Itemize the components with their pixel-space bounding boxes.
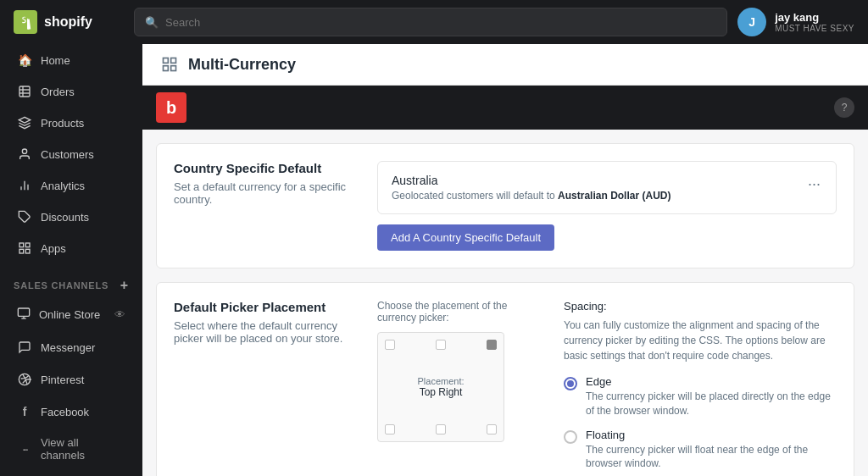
sidebar-label-apps: Apps xyxy=(41,242,66,255)
add-sales-channel-button[interactable]: + xyxy=(120,278,129,293)
placement-top-center[interactable] xyxy=(436,340,446,350)
search-input[interactable] xyxy=(165,16,716,29)
online-store-eye-icon[interactable]: 👁 xyxy=(114,308,125,321)
search-bar[interactable]: 🔍 xyxy=(134,8,727,36)
sidebar-label-products: Products xyxy=(41,117,84,130)
card1-left: Country Specific Default Set a default c… xyxy=(174,161,360,251)
sidebar-label-messenger: Messenger xyxy=(41,341,95,354)
country-info: Australia Geolocated customers will defa… xyxy=(392,174,670,202)
sidebar-item-facebook[interactable]: f Facebook xyxy=(3,396,139,427)
spacing-desc: You can fully customize the alignment an… xyxy=(564,318,837,363)
sidebar-item-view-all-channels[interactable]: ··· View all channels xyxy=(3,429,139,469)
help-icon[interactable]: ? xyxy=(834,97,854,118)
country-desc: Geolocated customers will default to Aus… xyxy=(392,190,670,202)
page-header-icon xyxy=(159,54,180,75)
page-header: Multi-Currency xyxy=(142,44,868,86)
apps-icon xyxy=(17,241,32,256)
sidebar-item-pinterest[interactable]: Pinterest xyxy=(3,364,139,395)
card2-right: Spacing: You can fully customize the ali… xyxy=(564,300,837,476)
radio-floating-label: Floating The currency picker will float … xyxy=(586,429,837,472)
messenger-icon xyxy=(17,340,32,355)
user-sub: MUST HAVE SEXY xyxy=(775,24,854,33)
add-country-default-button[interactable]: Add A Country Specific Default xyxy=(377,224,554,251)
online-store-label: Online Store xyxy=(39,308,100,321)
spacing-title: Spacing: xyxy=(564,300,837,313)
picker-grid-container: Placement: Top Right xyxy=(377,332,504,442)
view-all-label: View all channels xyxy=(41,436,125,462)
radio-floating: Floating The currency picker will float … xyxy=(564,429,837,472)
app-banner: b ? xyxy=(142,86,868,130)
radio-edge-input[interactable] xyxy=(564,377,577,390)
picker-placement-card: Default Picker Placement Select where th… xyxy=(156,282,854,476)
facebook-icon: f xyxy=(17,404,32,419)
sidebar-item-discounts[interactable]: Discounts xyxy=(3,202,139,232)
card1-right: Australia Geolocated customers will defa… xyxy=(377,161,837,251)
svg-rect-10 xyxy=(25,243,30,247)
section2-title: Default Picker Placement xyxy=(174,300,360,314)
svg-rect-21 xyxy=(171,66,176,71)
sidebar-label-home: Home xyxy=(41,54,70,67)
country-currency: Australian Dollar (AUD) xyxy=(558,190,670,202)
placement-bottom-center[interactable] xyxy=(436,424,446,434)
card1-layout: Country Specific Default Set a default c… xyxy=(174,161,837,251)
placement-bottom-right[interactable] xyxy=(487,424,497,434)
radio-floating-title: Floating xyxy=(586,429,837,441)
card2-left: Default Picker Placement Select where th… xyxy=(174,300,360,476)
radio-edge-title: Edge xyxy=(586,375,837,388)
logo-text: shopify xyxy=(44,14,92,30)
sidebar-label-discounts: Discounts xyxy=(41,211,89,224)
products-icon xyxy=(17,115,32,130)
svg-rect-18 xyxy=(164,58,169,64)
logo-area: shopify xyxy=(14,10,124,34)
online-store-icon xyxy=(17,307,31,323)
svg-rect-0 xyxy=(19,86,30,97)
sidebar-item-orders[interactable]: Orders xyxy=(3,76,139,107)
sidebar-item-home[interactable]: 🏠 Home xyxy=(3,45,139,75)
placement-bottom-left[interactable] xyxy=(385,424,395,434)
search-icon: 🔍 xyxy=(145,16,159,29)
placement-top-left[interactable] xyxy=(385,340,395,350)
svg-point-4 xyxy=(22,149,26,153)
sidebar-item-products[interactable]: Products xyxy=(3,108,139,138)
sidebar-label-orders: Orders xyxy=(41,86,75,98)
sidebar-item-analytics[interactable]: Analytics xyxy=(3,170,139,201)
sales-channels-section: SALES CHANNELS + xyxy=(0,264,142,298)
card2-layout: Default Picker Placement Select where th… xyxy=(174,300,837,476)
country-name: Australia xyxy=(392,174,670,187)
sidebar-item-messenger[interactable]: Messenger xyxy=(3,332,139,363)
user-info: jay kang MUST HAVE SEXY xyxy=(775,11,854,33)
sidebar-item-apps[interactable]: Apps xyxy=(3,233,139,263)
svg-rect-9 xyxy=(19,243,24,247)
radio-floating-input[interactable] xyxy=(564,430,577,444)
sidebar-item-customers[interactable]: Customers xyxy=(3,139,139,169)
sidebar: 🏠 Home Orders Products Customers xyxy=(0,44,142,476)
placement-label-value: Top Right xyxy=(417,386,464,398)
svg-rect-12 xyxy=(25,249,30,253)
home-icon: 🏠 xyxy=(17,53,32,68)
picker-placement-title: Choose the placement of the currency pic… xyxy=(377,300,547,324)
svg-rect-11 xyxy=(19,249,24,253)
placement-top-right[interactable] xyxy=(487,340,497,350)
country-item-australia: Australia Geolocated customers will defa… xyxy=(377,161,837,214)
country-default-card: Country Specific Default Set a default c… xyxy=(156,143,854,268)
sidebar-label-customers: Customers xyxy=(41,148,94,161)
country-desc-prefix: Geolocated customers will default to xyxy=(392,190,558,202)
section2-subtitle: Select where the default currency picker… xyxy=(174,319,360,345)
pinterest-icon xyxy=(17,372,32,387)
svg-rect-19 xyxy=(171,58,176,64)
card2-middle: Choose the placement of the currency pic… xyxy=(377,300,547,476)
sidebar-label-pinterest: Pinterest xyxy=(41,374,84,386)
shopify-logo-icon xyxy=(14,10,37,34)
analytics-icon xyxy=(17,178,32,193)
svg-rect-13 xyxy=(18,308,29,316)
page-title: Multi-Currency xyxy=(188,56,296,74)
sidebar-main-nav: 🏠 Home Orders Products Customers xyxy=(0,44,142,264)
sidebar-label-facebook: Facebook xyxy=(41,406,89,418)
avatar: J xyxy=(737,8,766,36)
country-menu-button[interactable]: ··· xyxy=(806,174,822,195)
svg-rect-20 xyxy=(164,66,169,71)
sidebar-label-analytics: Analytics xyxy=(41,180,85,192)
discounts-icon xyxy=(17,209,32,224)
radio-edge-label: Edge The currency picker will be placed … xyxy=(586,375,837,418)
sidebar-item-online-store[interactable]: Online Store 👁 xyxy=(3,299,139,330)
